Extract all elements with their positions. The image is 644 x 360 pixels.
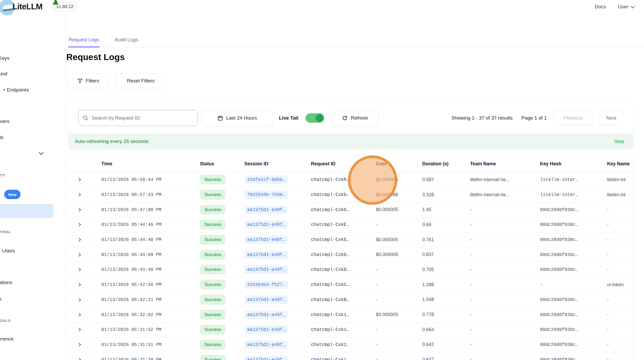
user-menu[interactable]: User [618, 4, 634, 10]
sidebar-fragment-9[interactable]: s [0, 296, 2, 302]
reset-filters-label: Reset Filters [127, 78, 155, 84]
row-request-id: chatcmpl-CxkC… [311, 282, 376, 287]
expand-row-icon[interactable] [77, 313, 81, 316]
row-duration: 0.647 [422, 357, 470, 360]
sidebar-fragment-8[interactable]: ations [0, 280, 12, 285]
row-key-hash: litellm-inter… [540, 177, 607, 182]
new-badge: New [4, 190, 21, 199]
expand-row-icon[interactable] [77, 268, 81, 271]
reset-filters-button[interactable]: Reset Filters [115, 74, 166, 88]
row-request-id: chatcmpl-CxkE… [311, 222, 376, 227]
stop-auto-refresh-link[interactable]: Stop [614, 139, 624, 144]
row-key-hash: litellm-inter… [540, 192, 607, 197]
sidebar-selected-item[interactable] [0, 204, 54, 218]
expand-row-icon[interactable] [77, 298, 81, 302]
sidebar-fragment-4[interactable]: ils [0, 135, 3, 140]
tab-request-logs[interactable]: Request Logs [68, 34, 100, 47]
expand-row-icon[interactable] [77, 328, 81, 331]
expand-row-icon[interactable] [77, 343, 81, 346]
session-id-link[interactable]: aa1375d1-e49f… [244, 251, 288, 259]
row-duration: 0.778 [422, 312, 470, 317]
row-request-id: chatcmpl-CxkB… [311, 297, 376, 302]
col-cost: Cost [376, 161, 422, 167]
expand-row-icon[interactable] [77, 253, 81, 257]
search-input[interactable] [92, 115, 193, 121]
docs-link[interactable]: Docs [595, 4, 606, 10]
session-id-link[interactable]: aa1375d1-e49f… [244, 206, 288, 214]
expand-row-icon[interactable] [77, 208, 81, 212]
session-id-link[interactable]: 31b3b4b4-f527… [244, 280, 288, 289]
row-cost: - [376, 357, 422, 360]
row-duration: 0.642 [422, 342, 470, 347]
table-row: 01/13/2026 05:44:08 PMSuccessaa1375d1-e4… [68, 247, 633, 262]
live-tail-label: Live Tail [279, 115, 298, 121]
session-id-link[interactable]: aa1375d1-e49f… [244, 311, 288, 319]
sidebar-fragment-2[interactable]: + Endpoints [3, 87, 29, 93]
filters-button[interactable]: Filters [67, 74, 109, 88]
sidebar-fragment-11[interactable]: erence [0, 336, 14, 342]
expand-row-icon[interactable] [77, 283, 81, 286]
table-row: 01/13/2026 05:58:44 PMSuccess31bfa1cf-0e… [68, 172, 633, 187]
row-key-name: - [607, 327, 633, 332]
session-id-link[interactable]: aa1375d1-e49f… [244, 235, 288, 244]
row-cost: - [376, 297, 422, 302]
sidebar-fragment-7[interactable]: Users [2, 248, 15, 254]
sidebar-fragment-3[interactable]: rvers [0, 119, 9, 124]
search-box [78, 110, 198, 126]
chevron-down-icon [631, 4, 635, 8]
session-id-link[interactable]: aa1375d1-e49f… [244, 296, 288, 304]
sidebar-fragment-1[interactable]: und [0, 71, 7, 77]
status-badge: Success [200, 340, 225, 350]
session-id-link[interactable]: aa1375d1-e49f… [244, 356, 288, 360]
row-duration: 1.288 [422, 282, 470, 287]
row-key-name: litellm-int [607, 192, 633, 198]
previous-page-button[interactable]: Previous [554, 111, 592, 125]
tab-audit-logs[interactable]: Audit Logs [114, 34, 139, 47]
sidebar-fragment-0[interactable]: Keys [0, 55, 9, 61]
row-cost: $0.000005 [376, 207, 422, 212]
row-key-name: - [607, 312, 633, 317]
row-key-hash: 88dc28d0f030c… [540, 357, 607, 360]
live-tail-toggle[interactable] [305, 113, 324, 123]
session-id-link[interactable]: aa1375d1-e49f… [244, 341, 288, 349]
session-id-link[interactable]: aa1375d1-e49f… [244, 265, 288, 274]
expand-row-icon[interactable] [77, 358, 81, 360]
expand-row-icon[interactable] [77, 223, 81, 226]
session-id-link[interactable]: 31bfa1cf-0ebe… [244, 175, 288, 184]
row-key-name: - [607, 207, 633, 212]
row-key-hash: – [540, 282, 607, 287]
row-request-id: chatcmpl-CxkE… [311, 237, 376, 242]
auto-refresh-banner: Auto-refreshing every 15 seconds Stop [68, 133, 634, 149]
row-time: 01/13/2026 05:32:02 PM [101, 312, 200, 317]
status-badge: Success [200, 325, 225, 335]
refresh-button[interactable]: Refresh [332, 110, 379, 126]
expand-row-icon[interactable] [77, 238, 81, 241]
expand-row-icon[interactable] [77, 193, 81, 197]
table-row: 01/13/2026 05:31:51 PMSuccessaa1375d1-e4… [68, 337, 633, 352]
sidebar-collapse-chevron-icon[interactable] [39, 150, 43, 155]
main-content: Request Logs Audit Logs Request Logs Fil… [66, 15, 644, 360]
row-key-hash: 88dc28d0f030c… [540, 252, 607, 257]
table-header-row: Time Status Session ID Request ID Cost D… [68, 155, 633, 172]
next-page-button[interactable]: Next [600, 111, 623, 125]
row-key-hash: 88dc28d0f030c… [540, 222, 607, 227]
session-id-link[interactable]: aa1375d1-e49f… [244, 220, 288, 229]
table-row: 01/13/2026 05:42:56 PMSuccess31b3b4b4-f5… [68, 277, 633, 292]
row-duration: 0.587 [422, 177, 470, 182]
row-time: 01/13/2026 05:58:44 PM [101, 177, 200, 182]
filters-button-label: Filters [86, 78, 99, 84]
row-team-name: - [470, 207, 540, 212]
row-duration: 1.45 [422, 207, 470, 212]
christmas-tree-icon [53, 0, 58, 5]
page-title: Request Logs [66, 52, 125, 62]
session-id-link[interactable]: 7022549b-763e… [244, 191, 288, 199]
time-range-button[interactable]: Last 24 Hours [201, 110, 273, 126]
status-badge: Success [200, 250, 225, 260]
row-cost: - [376, 222, 422, 227]
expand-row-icon[interactable] [77, 178, 81, 181]
col-team: Team Name [470, 161, 540, 167]
row-time: 01/13/2026 05:47:00 PM [101, 207, 200, 212]
session-id-link[interactable]: aa1375d1-e49f… [244, 325, 288, 334]
row-key-hash: 88dc28d0f030c… [540, 327, 607, 332]
row-key-hash: 88dc28d0f030c… [540, 297, 607, 302]
